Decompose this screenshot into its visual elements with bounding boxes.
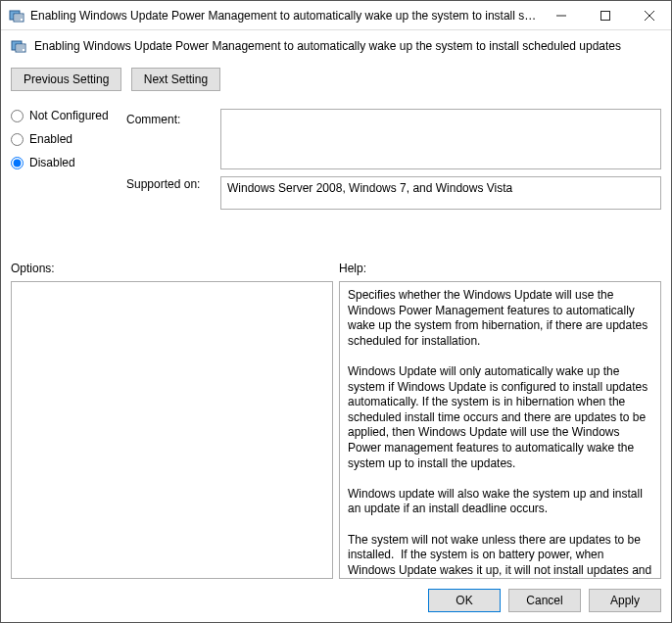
supported-on-text: Windows Server 2008, Windows 7, and Wind…: [227, 181, 512, 195]
apply-button[interactable]: Apply: [589, 589, 661, 612]
comment-input[interactable]: [220, 109, 661, 169]
options-label: Options:: [11, 262, 333, 275]
radio-disabled-input[interactable]: [11, 157, 24, 169]
next-setting-button[interactable]: Next Setting: [131, 68, 220, 91]
radio-not-configured-input[interactable]: [11, 110, 24, 122]
radio-disabled[interactable]: Disabled: [11, 156, 126, 169]
maximize-button[interactable]: [583, 1, 627, 29]
cancel-button[interactable]: Cancel: [508, 589, 581, 612]
minimize-button[interactable]: [539, 1, 583, 29]
supported-on-box[interactable]: Windows Server 2008, Windows 7, and Wind…: [220, 176, 661, 210]
options-panel: [11, 281, 333, 579]
help-panel[interactable]: Specifies whether the Windows Update wil…: [339, 281, 661, 579]
previous-setting-button[interactable]: Previous Setting: [11, 68, 121, 91]
policy-title: Enabling Windows Update Power Management…: [34, 39, 621, 53]
app-icon: [9, 8, 24, 24]
policy-header: Enabling Windows Update Power Management…: [11, 38, 661, 54]
policy-icon: [11, 38, 26, 54]
radio-not-configured-label: Not Configured: [29, 109, 109, 122]
supported-label: Supported on:: [126, 177, 220, 242]
help-label: Help:: [339, 262, 661, 275]
comment-label: Comment:: [126, 113, 220, 177]
radio-enabled-label: Enabled: [29, 132, 72, 146]
svg-rect-2: [600, 11, 609, 20]
ok-button[interactable]: OK: [428, 589, 501, 612]
radio-enabled[interactable]: Enabled: [11, 132, 126, 146]
radio-enabled-input[interactable]: [11, 133, 24, 146]
title-bar: Enabling Windows Update Power Management…: [1, 1, 671, 30]
close-button[interactable]: [627, 1, 671, 29]
radio-not-configured[interactable]: Not Configured: [11, 109, 126, 122]
radio-disabled-label: Disabled: [29, 156, 75, 169]
window-title: Enabling Windows Update Power Management…: [30, 9, 539, 23]
